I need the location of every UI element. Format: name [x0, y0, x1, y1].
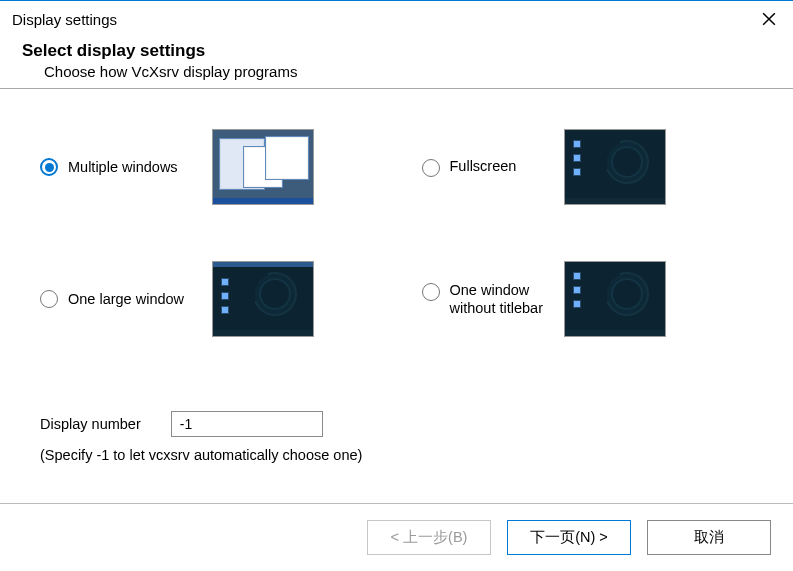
- back-button[interactable]: < 上一步(B): [367, 520, 491, 555]
- wizard-header: Select display settings Choose how VcXsr…: [0, 37, 793, 89]
- radio-label: Fullscreen: [450, 157, 517, 175]
- close-icon: [762, 12, 776, 26]
- display-number-row: Display number: [40, 411, 763, 437]
- option-one-window-no-titlebar: One window without titlebar: [422, 261, 764, 337]
- next-button[interactable]: 下一页(N) >: [507, 520, 631, 555]
- wizard-footer: < 上一步(B) 下一页(N) > 取消: [0, 503, 793, 571]
- radio-fullscreen[interactable]: Fullscreen: [422, 157, 552, 177]
- display-mode-options: Multiple windows Fullscreen: [40, 129, 763, 337]
- radio-one-large-window[interactable]: One large window: [40, 290, 200, 308]
- option-multiple-windows: Multiple windows: [40, 129, 382, 205]
- content-area: Multiple windows Fullscreen: [0, 89, 793, 481]
- option-one-large-window: One large window: [40, 261, 382, 337]
- radio-indicator-icon: [40, 158, 58, 176]
- radio-indicator-icon: [422, 283, 440, 301]
- page-title: Select display settings: [22, 41, 793, 61]
- display-number-hint: (Specify -1 to let vcxsrv automatically …: [40, 447, 763, 463]
- cancel-button[interactable]: 取消: [647, 520, 771, 555]
- thumbnail-multiple-windows: [212, 129, 314, 205]
- display-number-input[interactable]: [171, 411, 323, 437]
- radio-one-window-no-titlebar[interactable]: One window without titlebar: [422, 281, 552, 317]
- option-fullscreen: Fullscreen: [422, 129, 764, 205]
- radio-label: One large window: [68, 290, 184, 308]
- thumbnail-one-window-no-titlebar: [564, 261, 666, 337]
- titlebar: Display settings: [0, 1, 793, 37]
- radio-indicator-icon: [40, 290, 58, 308]
- radio-label: Multiple windows: [68, 158, 178, 176]
- radio-multiple-windows[interactable]: Multiple windows: [40, 158, 200, 176]
- radio-indicator-icon: [422, 159, 440, 177]
- display-number-label: Display number: [40, 416, 141, 432]
- window-title: Display settings: [12, 11, 117, 28]
- radio-label: One window without titlebar: [450, 281, 552, 317]
- thumbnail-one-large-window: [212, 261, 314, 337]
- thumbnail-fullscreen: [564, 129, 666, 205]
- page-subtitle: Choose how VcXsrv display programs: [44, 63, 793, 80]
- close-button[interactable]: [759, 9, 779, 29]
